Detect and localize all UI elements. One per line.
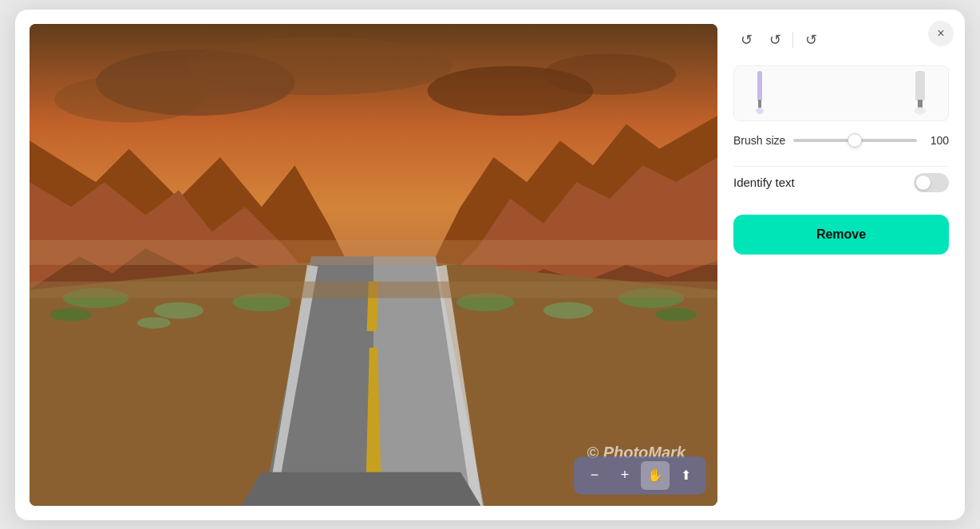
svg-point-19 — [543, 302, 593, 318]
small-brush-icon — [750, 71, 769, 115]
svg-point-2 — [187, 37, 452, 95]
identify-text-label: Identify text — [733, 176, 795, 189]
toolbar-divider — [792, 32, 793, 48]
svg-point-5 — [54, 76, 204, 122]
svg-point-4 — [543, 53, 676, 95]
large-brush-icon — [908, 71, 932, 115]
main-modal: © PhotoMark − + ✋ ⬆ × ↺ ↻ — [15, 10, 965, 520]
svg-rect-30 — [30, 281, 717, 298]
upload-button[interactable]: ⬆ — [671, 461, 700, 490]
history-toolbar: ↺ ↻ ↺ — [733, 27, 949, 53]
svg-point-35 — [756, 108, 764, 114]
right-panel: × ↺ ↻ ↺ — [717, 10, 965, 520]
svg-rect-36 — [915, 71, 925, 101]
image-canvas-area: © PhotoMark − + ✋ ⬆ — [30, 24, 717, 506]
svg-rect-37 — [918, 100, 923, 108]
zoom-out-button[interactable]: − — [580, 461, 609, 490]
svg-rect-33 — [757, 71, 762, 101]
remove-button[interactable]: Remove — [733, 215, 949, 255]
svg-rect-32 — [30, 239, 717, 264]
undo-icon: ↺ — [741, 31, 753, 49]
brush-size-slider[interactable] — [793, 139, 917, 142]
brush-size-value: 100 — [925, 134, 949, 147]
svg-marker-31 — [237, 472, 486, 505]
brush-size-label: Brush size — [733, 134, 785, 147]
svg-point-15 — [50, 308, 92, 322]
svg-point-17 — [137, 317, 171, 329]
refresh-icon: ↺ — [805, 31, 817, 49]
upload-icon: ⬆ — [681, 468, 691, 483]
svg-rect-34 — [758, 100, 761, 108]
close-button[interactable]: × — [928, 21, 954, 46]
brush-size-row: Brush size 100 — [733, 134, 949, 147]
hand-tool-button[interactable]: ✋ — [641, 461, 670, 490]
identify-text-toggle[interactable] — [914, 173, 949, 192]
refresh-button[interactable]: ↺ — [798, 27, 824, 53]
image-toolbar: − + ✋ ⬆ — [574, 456, 706, 495]
redo-button[interactable]: ↻ — [762, 27, 788, 53]
hand-icon: ✋ — [647, 468, 663, 483]
svg-point-20 — [655, 308, 697, 322]
zoom-in-button[interactable]: + — [611, 461, 639, 490]
svg-point-38 — [915, 107, 926, 115]
redo-icon: ↻ — [769, 31, 781, 49]
brush-preview-area — [733, 65, 949, 121]
close-icon: × — [937, 26, 944, 41]
identify-text-row: Identify text — [733, 166, 949, 192]
svg-point-14 — [154, 302, 204, 318]
undo-button[interactable]: ↺ — [733, 27, 759, 53]
